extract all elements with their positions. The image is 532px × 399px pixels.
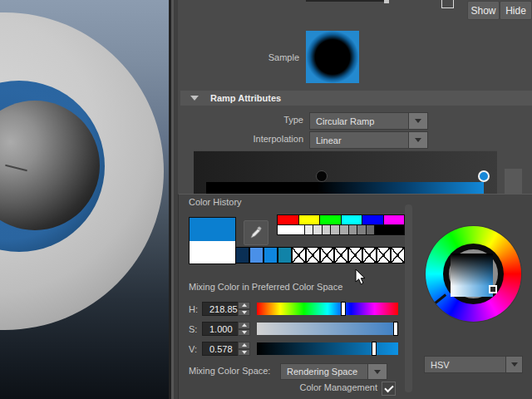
spinner-up-icon[interactable] [238, 302, 250, 309]
hue-slider-marker[interactable] [341, 302, 346, 316]
palette-swatch[interactable] [305, 225, 313, 234]
chevron-down-icon[interactable] [367, 364, 387, 379]
saturation-value-square[interactable] [451, 254, 493, 297]
sample-label: Sample [237, 52, 299, 62]
spinner-up-icon[interactable] [238, 322, 250, 329]
color-mode-value: HSV [425, 357, 505, 372]
3d-viewport[interactable] [0, 0, 169, 399]
collapse-triangle-icon[interactable] [190, 96, 199, 101]
mixing-color-space-value: Rendering Space [281, 364, 367, 379]
color-history-title: Color History [189, 197, 305, 207]
palette-swatch[interactable] [313, 225, 322, 234]
empty-history-swatch[interactable] [334, 247, 348, 264]
ramp-attributes-title: Ramp Attributes [210, 93, 281, 103]
ramp-stop-track [206, 170, 484, 182]
current-color-top [190, 218, 235, 241]
hide-button[interactable]: Hide [500, 1, 532, 20]
empty-history-swatch[interactable] [377, 247, 391, 264]
field-corner-mark [384, 0, 389, 3]
checkmark-icon [384, 382, 393, 392]
popup-section-divider [405, 204, 412, 392]
h-spinner[interactable] [238, 302, 250, 316]
ramp-attributes-header[interactable]: Ramp Attributes [180, 91, 532, 106]
palette-swatch[interactable] [357, 225, 366, 234]
v-spinner[interactable] [238, 342, 250, 356]
type-dropdown[interactable]: Circular Ramp [309, 112, 428, 130]
color-history-row [235, 247, 405, 264]
palette-swatch[interactable] [349, 225, 357, 234]
palette-swatch[interactable] [384, 215, 405, 224]
value-slider[interactable] [257, 342, 398, 355]
eyedropper-button[interactable] [244, 220, 268, 245]
sv-square-marker[interactable] [489, 285, 497, 293]
palette-swatch[interactable] [278, 247, 292, 264]
s-label: S: [189, 324, 202, 334]
palette-row-hues [278, 215, 404, 224]
ramp-stop-handle-blue-selected[interactable] [478, 170, 490, 182]
palette-swatch[interactable] [323, 225, 331, 234]
mouse-cursor [355, 268, 367, 286]
mixing-color-space-label: Mixing Color Space: [189, 366, 280, 376]
palette-swatch[interactable] [278, 215, 298, 224]
chevron-down-icon[interactable] [505, 357, 522, 372]
value-slider-marker[interactable] [372, 342, 377, 356]
empty-history-swatch[interactable] [348, 247, 362, 264]
palette-swatch[interactable] [264, 247, 278, 264]
empty-history-swatch[interactable] [320, 247, 334, 264]
current-color-swatch[interactable] [189, 217, 236, 264]
palette-swatch[interactable] [320, 215, 341, 224]
palette-swatch[interactable] [340, 225, 348, 234]
spinner-up-icon[interactable] [238, 342, 250, 349]
current-color-bottom [190, 241, 235, 264]
spinner-down-icon[interactable] [238, 329, 250, 337]
saturation-slider[interactable] [257, 323, 398, 335]
standard-palette [277, 214, 405, 235]
palette-row-greys [278, 225, 404, 234]
mixing-color-space-dropdown[interactable]: Rendering Space [280, 363, 387, 380]
interpolation-dropdown-value: Linear [310, 132, 408, 148]
color-management-label: Color Management [283, 382, 377, 392]
s-spinner[interactable] [238, 322, 250, 336]
spinner-down-icon[interactable] [238, 349, 250, 357]
empty-history-swatch[interactable] [391, 247, 405, 264]
h-label: H: [189, 304, 202, 314]
interpolation-label: Interpolation [200, 134, 303, 144]
color-mode-dropdown[interactable]: HSV [424, 356, 523, 373]
color-management-checkbox[interactable] [382, 382, 396, 396]
hue-slider[interactable] [257, 303, 398, 315]
empty-history-swatch[interactable] [306, 247, 320, 264]
eyedropper-icon [249, 225, 264, 240]
palette-swatch[interactable] [375, 225, 404, 234]
palette-swatch[interactable] [299, 215, 320, 224]
texture-map-icon[interactable] [441, 0, 454, 8]
spinner-down-icon[interactable] [238, 309, 250, 317]
palette-swatch[interactable] [278, 225, 304, 234]
field-bottom-edge [306, 0, 389, 2]
empty-history-swatch[interactable] [292, 247, 306, 264]
palette-swatch[interactable] [249, 247, 264, 264]
ramp-gradient-bar[interactable] [206, 182, 484, 194]
show-button[interactable]: Show [467, 1, 500, 20]
sample-swatch [306, 31, 359, 83]
ramp-stop-handle-black[interactable] [316, 170, 328, 182]
type-label: Type [200, 115, 303, 125]
interpolation-dropdown[interactable]: Linear [309, 131, 428, 149]
palette-swatch[interactable] [235, 247, 249, 264]
ramp-selected-color-swatch[interactable] [505, 169, 522, 194]
saturation-slider-marker[interactable] [393, 322, 398, 336]
palette-swatch[interactable] [367, 225, 375, 234]
palette-swatch[interactable] [331, 225, 339, 234]
chevron-down-icon[interactable] [408, 132, 427, 148]
empty-history-swatch[interactable] [362, 247, 377, 264]
type-dropdown-value: Circular Ramp [310, 113, 408, 129]
palette-swatch[interactable] [362, 215, 383, 224]
chevron-down-icon[interactable] [408, 113, 427, 129]
palette-swatch[interactable] [342, 215, 362, 224]
v-label: V: [189, 344, 202, 354]
color-editor-window: Show Hide Sample Ramp Attributes Type Ci… [0, 0, 532, 399]
